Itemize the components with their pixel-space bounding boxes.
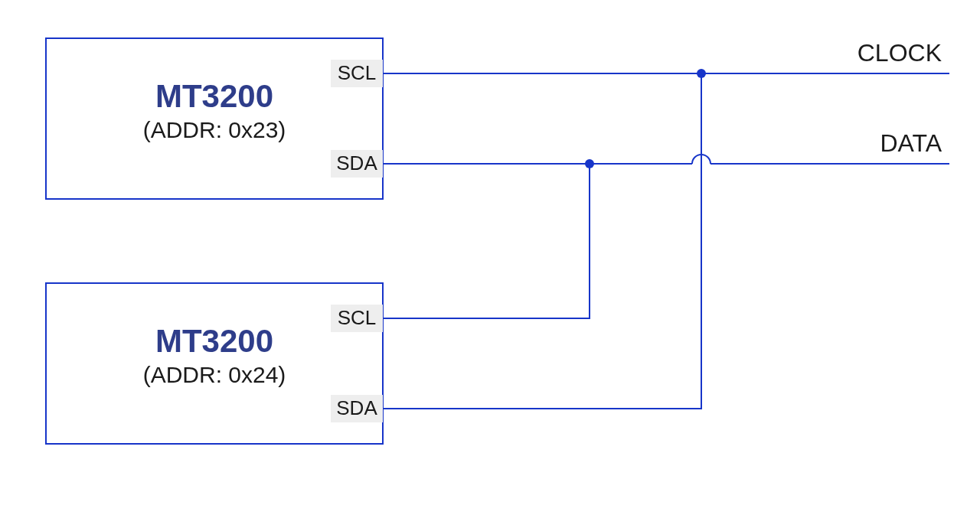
device-1-pin-sda-label: SDA <box>336 152 377 174</box>
device-1-name: MT3200 <box>155 78 273 114</box>
device-2-name: MT3200 <box>155 323 273 359</box>
i2c-bus-diagram: MT3200 (ADDR: 0x23) SCL SDA MT3200 (ADDR… <box>0 0 980 528</box>
device-2-addr: (ADDR: 0x24) <box>143 362 286 387</box>
wire-dev2-scl <box>383 164 590 318</box>
device-2-pin-scl-label: SCL <box>338 306 377 329</box>
bus-label-data: DATA <box>880 129 942 157</box>
wire-dev2-sda <box>383 73 701 409</box>
node-dev2-sda-join <box>697 69 706 78</box>
device-2: MT3200 (ADDR: 0x24) SCL SDA <box>46 283 383 444</box>
device-2-pin-sda-label: SDA <box>336 396 377 419</box>
device-1: MT3200 (ADDR: 0x23) SCL SDA <box>46 38 383 199</box>
bus-label-clock: CLOCK <box>858 39 942 67</box>
device-1-addr: (ADDR: 0x23) <box>143 117 286 142</box>
device-1-pin-scl-label: SCL <box>338 61 377 84</box>
node-dev2-scl-join <box>585 159 594 168</box>
